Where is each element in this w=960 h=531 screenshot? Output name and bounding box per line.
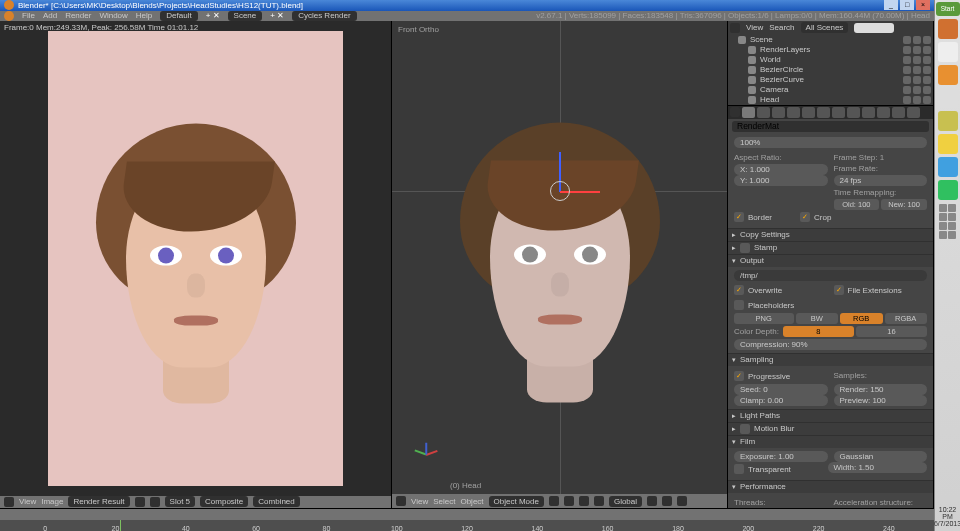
film-header[interactable]: ▾Film <box>728 436 933 448</box>
tab-particles[interactable] <box>892 107 905 118</box>
seed-field[interactable]: Seed: 0 <box>734 384 828 395</box>
tab-object[interactable] <box>802 107 815 118</box>
resolution-percentage[interactable]: 100% <box>734 137 927 148</box>
tab-material[interactable] <box>862 107 875 118</box>
clamp-field[interactable]: Clamp: 0.00 <box>734 395 828 406</box>
render-preview-icon[interactable] <box>677 496 687 506</box>
editor-type-icon[interactable] <box>4 497 14 507</box>
outliner-menu-view[interactable]: View <box>746 23 763 32</box>
engine-selector[interactable]: Cycles Render <box>292 11 356 21</box>
filter-selector[interactable]: Gaussian <box>834 451 928 462</box>
taskbar-app-icon[interactable] <box>938 180 958 200</box>
taskbar-app-icon[interactable] <box>938 42 958 62</box>
stamp-header[interactable]: ▸Stamp <box>728 242 933 254</box>
menu-view[interactable]: View <box>411 497 428 506</box>
outliner-item[interactable]: Head <box>730 95 931 105</box>
outliner-menu-search[interactable]: Search <box>769 23 794 32</box>
scene-selector[interactable]: Scene <box>228 11 263 21</box>
menu-view[interactable]: View <box>19 497 36 506</box>
menu-object[interactable]: Object <box>460 497 483 506</box>
render-result-view[interactable]: Frame:0 Mem:249.33M, Peak: 256.58M Time … <box>0 21 391 496</box>
light-paths-header[interactable]: ▸Light Paths <box>728 410 933 422</box>
timeline-cursor[interactable] <box>120 520 121 531</box>
motion-blur-header[interactable]: ▸Motion Blur <box>728 423 933 435</box>
minimize-button[interactable]: _ <box>884 0 898 10</box>
pivot-icon[interactable] <box>564 496 574 506</box>
taskbar-blender-icon[interactable] <box>938 65 958 85</box>
exposure-field[interactable]: Exposure: 1.00 <box>734 451 828 462</box>
aspect-y[interactable]: Y: 1.000 <box>734 175 828 186</box>
render-samples[interactable]: Render: 150 <box>834 384 928 395</box>
color-bw[interactable]: BW <box>796 313 839 324</box>
taskbar-clock[interactable]: 10:22 PM 6/7/2013 <box>934 504 960 529</box>
transform-manipulator[interactable] <box>560 191 562 193</box>
outliner-item[interactable]: BezierCircle <box>730 65 931 75</box>
slot-selector[interactable]: Slot 5 <box>165 496 195 507</box>
layout-selector[interactable]: Default <box>160 11 197 21</box>
outliner-search-input[interactable] <box>854 23 894 33</box>
performance-header[interactable]: ▾Performance <box>728 481 933 493</box>
editor-type-icon[interactable] <box>730 107 740 117</box>
timeline[interactable]: 020406080100120140160180200220240 <box>0 508 934 531</box>
menu-file[interactable]: File <box>22 11 35 20</box>
taskbar-app-icon[interactable] <box>938 157 958 177</box>
file-ext-checkbox[interactable] <box>834 285 844 295</box>
orientation-selector[interactable]: Global <box>609 496 642 507</box>
tab-modifiers[interactable] <box>832 107 845 118</box>
output-path[interactable]: /tmp/ <box>734 270 927 281</box>
remap-new[interactable]: New: 100 <box>881 199 927 210</box>
image-selector[interactable]: Render Result <box>68 496 129 507</box>
progressive-checkbox[interactable] <box>734 371 744 381</box>
motion-blur-checkbox[interactable] <box>740 424 750 434</box>
mode-selector[interactable]: Object Mode <box>489 496 544 507</box>
tab-data[interactable] <box>847 107 860 118</box>
filter-width[interactable]: Width: 1.50 <box>828 462 928 473</box>
layers-icon[interactable] <box>647 496 657 506</box>
menu-image[interactable]: Image <box>41 497 63 506</box>
3d-viewport[interactable]: Front Ortho <box>392 21 727 494</box>
outliner-item[interactable]: BezierCurve <box>730 75 931 85</box>
taskbar-app-icon[interactable] <box>938 111 958 131</box>
remap-old[interactable]: Old: 100 <box>834 199 880 210</box>
copy-settings-header[interactable]: ▸Copy Settings <box>728 229 933 241</box>
uv-icon[interactable] <box>150 497 160 507</box>
pin-icon[interactable] <box>135 497 145 507</box>
aspect-x[interactable]: X: 1.000 <box>734 164 828 175</box>
manipulator-toggle-icon[interactable] <box>579 496 589 506</box>
system-tray[interactable] <box>935 203 960 240</box>
window-close-button[interactable]: × <box>916 0 930 10</box>
taskbar-app-icon[interactable] <box>938 88 958 108</box>
output-header[interactable]: ▾Output <box>728 255 933 267</box>
outliner-item[interactable]: RenderLayers <box>730 45 931 55</box>
tab-physics[interactable] <box>907 107 920 118</box>
outliner-filter[interactable]: All Scenes <box>801 22 849 33</box>
depth-16[interactable]: 16 <box>856 326 927 337</box>
taskbar-aim-icon[interactable] <box>938 134 958 154</box>
layer-selector[interactable]: Composite <box>200 496 248 507</box>
outliner-item[interactable]: Camera <box>730 85 931 95</box>
menu-add[interactable]: Add <box>43 11 57 20</box>
tab-world[interactable] <box>787 107 800 118</box>
tab-render[interactable] <box>742 107 755 118</box>
taskbar-firefox-icon[interactable] <box>938 19 958 39</box>
start-button[interactable]: Start <box>936 2 960 16</box>
transparent-checkbox[interactable] <box>734 464 744 474</box>
placeholders-checkbox[interactable] <box>734 300 744 310</box>
menu-window[interactable]: Window <box>99 11 127 20</box>
border-checkbox[interactable] <box>734 212 744 222</box>
tab-render-layers[interactable] <box>757 107 770 118</box>
stamp-checkbox[interactable] <box>740 243 750 253</box>
overwrite-checkbox[interactable] <box>734 285 744 295</box>
datablock-selector[interactable]: RenderMat <box>732 121 929 132</box>
translate-icon[interactable] <box>594 496 604 506</box>
format-selector[interactable]: PNG <box>734 313 794 324</box>
preview-samples[interactable]: Preview: 100 <box>834 395 928 406</box>
color-rgb[interactable]: RGB <box>840 313 883 324</box>
depth-8[interactable]: 8 <box>783 326 854 337</box>
color-rgba[interactable]: RGBA <box>885 313 928 324</box>
shading-icon[interactable] <box>549 496 559 506</box>
fps-selector[interactable]: 24 fps <box>834 175 928 186</box>
menu-select[interactable]: Select <box>433 497 455 506</box>
pass-selector[interactable]: Combined <box>253 496 299 507</box>
sampling-header[interactable]: ▾Sampling <box>728 354 933 366</box>
